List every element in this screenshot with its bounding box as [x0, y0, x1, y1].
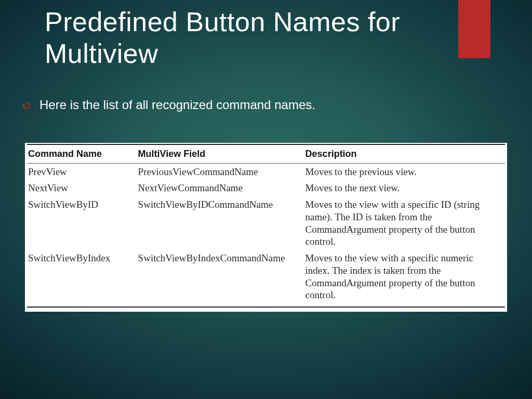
command-table: Command Name MultiView Field Description… — [27, 144, 505, 307]
cell-command: NextView — [27, 180, 137, 196]
cell-description: Moves to the previous view. — [304, 163, 505, 180]
cell-field: NextViewCommandName — [137, 180, 304, 196]
command-table-container: Command Name MultiView Field Description… — [25, 143, 507, 312]
bullet-text: Here is the list of all recognized comma… — [39, 98, 315, 112]
cell-description: Moves to the next view. — [304, 180, 505, 196]
cell-command: SwitchViewByIndex — [27, 250, 137, 307]
col-header-command: Command Name — [27, 144, 137, 163]
table-row: SwitchViewByID SwitchViewByIDCommandName… — [27, 196, 505, 250]
table-row: NextView NextViewCommandName Moves to th… — [27, 180, 505, 196]
table-row: SwitchViewByIndex SwitchViewByIndexComma… — [27, 250, 505, 307]
table-row: PrevView PreviousViewCommandName Moves t… — [27, 163, 505, 180]
table-bottom-rule — [27, 307, 505, 308]
cell-field: SwitchViewByIDCommandName — [137, 196, 304, 250]
slide-title: Predefined Button Names for Multiview — [45, 6, 501, 70]
cell-command: PrevView — [27, 163, 137, 180]
cell-command: SwitchViewByID — [27, 196, 137, 250]
bullet-arrow-icon — [22, 101, 31, 110]
bullet-item: Here is the list of all recognized comma… — [22, 98, 501, 112]
table-header-row: Command Name MultiView Field Description — [27, 144, 505, 163]
col-header-field: MultiView Field — [137, 144, 304, 163]
slide: Predefined Button Names for Multiview He… — [0, 0, 532, 399]
col-header-description: Description — [304, 144, 505, 163]
cell-description: Moves to the view with a specific numeri… — [304, 250, 505, 307]
cell-field: PreviousViewCommandName — [137, 163, 304, 180]
cell-description: Moves to the view with a specific ID (st… — [304, 196, 505, 250]
cell-field: SwitchViewByIndexCommandName — [137, 250, 304, 307]
